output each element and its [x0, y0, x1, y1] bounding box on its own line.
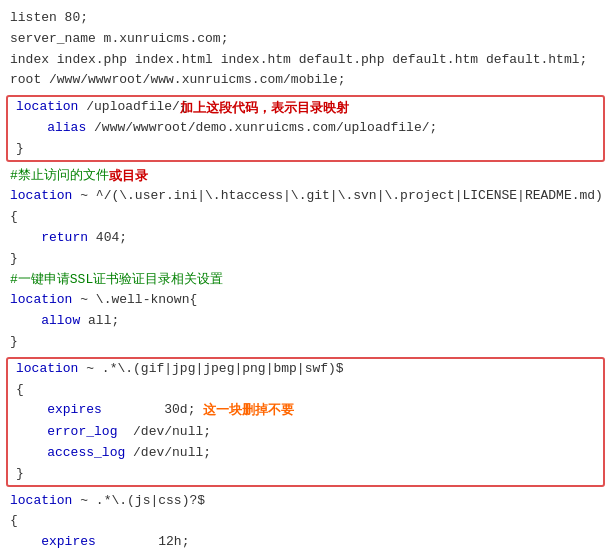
comment-line1: #禁止访问的文件或目录 — [0, 166, 611, 187]
line-brace-close2: } — [0, 332, 611, 353]
box2-line6: } — [8, 464, 603, 485]
comment-ssl: #一键申请SSL证书验证目录相关设置 — [0, 270, 611, 291]
code-editor: listen 80; server_name m.xunruicms.com; … — [0, 0, 611, 550]
line-brace-close1: } — [0, 249, 611, 270]
line-brace-open2: { — [0, 511, 611, 532]
line-location-wellknown: location ~ \.well-known{ — [0, 290, 611, 311]
box1-line3: } — [8, 139, 603, 160]
box1-line2: alias /www/wwwroot/demo.xunruicms.com/up… — [8, 118, 603, 139]
line-location-regex: location ~ ^/(\.user.ini|\.htaccess|\.gi… — [0, 186, 611, 207]
line-brace-open: { — [0, 207, 611, 228]
line-listen: listen 80; — [0, 8, 611, 29]
box2-line2: { — [8, 380, 603, 401]
box2-line4: error_log /dev/null; — [8, 422, 603, 443]
line-expires-12h: expires 12h; — [0, 532, 611, 550]
line-location-jscss: location ~ .*\.(js|css)?$ — [0, 491, 611, 512]
line-index: index index.php index.html index.htm def… — [0, 50, 611, 71]
line-root: root /www/wwwroot/www.xunruicms.com/mobi… — [0, 70, 611, 91]
line-allow-all: allow all; — [0, 311, 611, 332]
box2-line1: location ~ .*\.(gif|jpg|jpeg|png|bmp|swf… — [8, 359, 603, 380]
box2-line3: expires 30d; 这一块删掉不要 — [8, 400, 603, 422]
annotation-box1: 加上这段代码，表示目录映射 — [180, 99, 349, 117]
line-server-name: server_name m.xunruicms.com; — [0, 29, 611, 50]
line-return-404: return 404; — [0, 228, 611, 249]
highlight-box-2: location ~ .*\.(gif|jpg|jpeg|png|bmp|swf… — [6, 357, 605, 487]
box2-line5: access_log /dev/null; — [8, 443, 603, 464]
